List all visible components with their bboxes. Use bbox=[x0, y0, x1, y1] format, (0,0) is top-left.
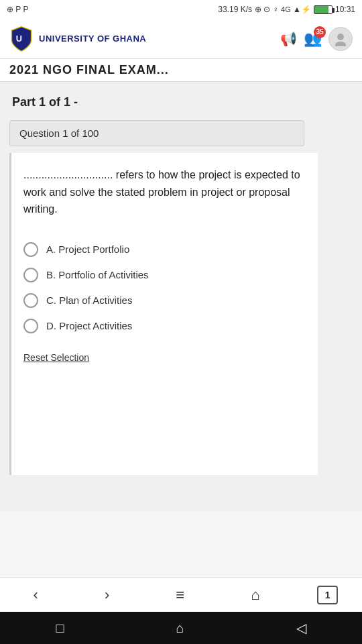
android-back-button[interactable]: ◁ bbox=[296, 620, 306, 636]
radio-d[interactable] bbox=[23, 319, 38, 333]
status-left: ⊕ P P bbox=[7, 5, 28, 14]
battery-icon bbox=[314, 5, 333, 14]
svg-text:U: U bbox=[16, 33, 22, 43]
question-card: .............................. refers to… bbox=[9, 153, 318, 475]
part-label: Part 1 of 1 - bbox=[12, 95, 353, 109]
header: U UNIVERSITY OF GHANA 📢 👥 35 bbox=[0, 19, 362, 59]
svg-point-1 bbox=[337, 34, 344, 40]
bottom-nav: ‹ › ≡ ⌂ 1 bbox=[0, 577, 362, 612]
question-counter: Question 1 of 100 bbox=[9, 120, 304, 146]
university-name: UNIVERSITY OF GHANA bbox=[39, 34, 146, 44]
status-right: 33.19 K/s ⊕ ⊙ ♀ 4G ▲⚡ 10:31 bbox=[218, 5, 355, 14]
option-d-label: D. Project Activities bbox=[46, 320, 132, 331]
main-content: Part 1 of 1 - Question 1 of 100 ........… bbox=[0, 82, 362, 482]
notification-badge: 35 bbox=[314, 26, 326, 38]
forward-button[interactable]: › bbox=[95, 582, 119, 608]
radio-c[interactable] bbox=[23, 293, 38, 308]
option-a-label: A. Project Portfolio bbox=[46, 244, 129, 255]
avatar[interactable] bbox=[328, 27, 353, 51]
status-speed: 33.19 K/s bbox=[218, 5, 252, 14]
option-c-label: C. Plan of Activities bbox=[46, 294, 132, 306]
menu-button[interactable]: ≡ bbox=[166, 582, 194, 608]
back-button[interactable]: ‹ bbox=[24, 582, 48, 608]
home-button[interactable]: ⌂ bbox=[241, 582, 269, 608]
option-b-label: B. Portfolio of Activities bbox=[46, 269, 149, 280]
radio-a[interactable] bbox=[23, 242, 38, 257]
university-logo-icon: U bbox=[9, 25, 34, 52]
android-recent-button[interactable]: □ bbox=[56, 621, 64, 636]
status-time: 10:31 bbox=[335, 5, 355, 14]
exam-title: 2021 NGO FINAL EXAM... bbox=[9, 63, 353, 77]
content-wrapper: ▲ Question Progress ▲ Part 1 of 1 - Ques… bbox=[0, 82, 362, 511]
android-nav: □ ⌂ ◁ bbox=[0, 612, 362, 644]
page-number-button[interactable]: 1 bbox=[317, 586, 339, 604]
question-text: .............................. refers to… bbox=[23, 166, 306, 218]
people-icon-wrap[interactable]: 👥 35 bbox=[304, 30, 322, 48]
svg-point-2 bbox=[335, 42, 346, 46]
header-logo: U UNIVERSITY OF GHANA bbox=[9, 25, 146, 52]
status-icons: ⊕ ⊙ ♀ 4G ▲⚡ bbox=[255, 5, 311, 14]
reset-selection-button[interactable]: Reset Selection bbox=[23, 352, 306, 363]
radio-b[interactable] bbox=[23, 268, 38, 282]
option-b[interactable]: B. Portfolio of Activities bbox=[23, 262, 306, 288]
option-d[interactable]: D. Project Activities bbox=[23, 313, 306, 339]
avatar-icon bbox=[333, 32, 348, 46]
notification-icon[interactable]: 📢 bbox=[280, 31, 297, 47]
option-c[interactable]: C. Plan of Activities bbox=[23, 288, 306, 313]
option-a[interactable]: A. Project Portfolio bbox=[23, 237, 306, 262]
exam-title-bar: 2021 NGO FINAL EXAM... bbox=[0, 59, 362, 82]
status-apps: ⊕ P P bbox=[7, 5, 28, 14]
android-home-button[interactable]: ⌂ bbox=[176, 621, 184, 636]
status-bar: ⊕ P P 33.19 K/s ⊕ ⊙ ♀ 4G ▲⚡ 10:31 bbox=[0, 0, 362, 19]
header-right: 📢 👥 35 bbox=[280, 27, 353, 51]
